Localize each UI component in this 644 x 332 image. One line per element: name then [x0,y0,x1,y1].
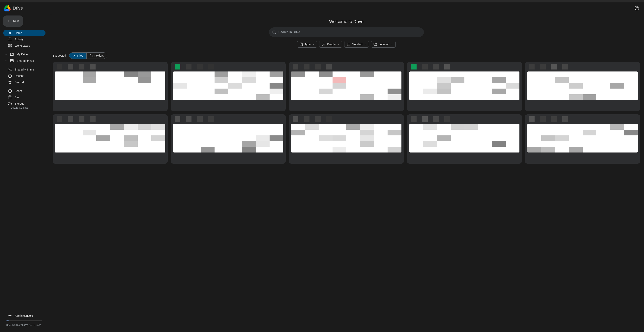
file-icon [300,42,303,46]
nav-label: Workspaces [15,44,30,47]
nav-label: Admin console [15,314,33,317]
toggle-folders[interactable]: Folders [86,53,107,58]
star-icon [8,80,12,84]
search-bar[interactable] [269,27,424,37]
sidebar: New Home Activity Workspaces [0,14,49,332]
nav-section-main: Home Activity Workspaces [3,30,46,49]
nav-storage[interactable]: Storage [3,100,46,107]
file-card-footer [289,152,404,164]
nav-home[interactable]: Home [3,30,46,36]
storage-bar-container [3,319,46,323]
file-card[interactable] [407,62,522,111]
nav-shared-drives[interactable]: Shared drives [3,58,46,64]
nav-label: Activity [15,38,24,41]
shared-drives-icon [10,59,14,63]
file-card[interactable] [525,62,640,111]
file-thumbnail [528,124,638,152]
chevron-down-icon [391,43,393,45]
file-card-footer [289,100,404,111]
nav-admin-console[interactable]: Admin console [3,313,46,319]
file-card[interactable] [289,114,404,164]
folder-icon [90,54,93,57]
file-thumbnail [410,124,520,152]
svg-line-16 [275,33,276,34]
shared-storage-text: 827.96 GB of shared 14 TB used [3,323,46,327]
nav-shared-with-me[interactable]: Shared with me [3,66,46,73]
toggle-label: Folders [94,54,104,57]
storage-bar [6,321,42,321]
main-layout: New Home Activity Workspaces [0,14,644,332]
file-card-header [289,62,404,71]
nav-my-drive[interactable]: My Drive [3,51,46,58]
file-card-footer [53,152,168,164]
chevron-right-icon[interactable] [5,53,7,55]
suggested-label: Suggested [53,54,66,57]
svg-point-8 [9,68,10,69]
svg-rect-5 [8,46,10,47]
people-icon [8,67,12,71]
file-thumbnail [55,124,165,152]
svg-marker-10 [8,81,12,84]
file-card-header [407,114,522,124]
sidebar-bottom: Admin console 827.96 GB of shared 14 TB … [3,313,46,331]
file-card[interactable] [171,114,286,164]
trash-icon [8,95,12,99]
filter-people[interactable]: People [319,41,342,48]
content-area: Welcome to Drive Type [49,14,644,332]
filter-type[interactable]: Type [297,41,317,48]
drive-folder-icon [10,52,14,56]
calendar-icon [347,42,350,46]
new-button[interactable]: New [3,15,23,27]
clock-icon [8,74,12,78]
file-thumbnail [55,71,165,100]
file-card-footer [407,100,522,111]
chevron-down-icon [364,43,366,45]
nav-workspaces[interactable]: Workspaces [3,42,46,49]
file-thumbnail [528,71,638,100]
new-button-label: New [13,19,19,23]
filter-modified[interactable]: Modified [344,41,369,48]
nav-recent[interactable]: Recent [3,73,46,79]
svg-rect-6 [10,59,14,62]
folder-icon [374,42,377,46]
filter-row: Type People Modified [49,41,644,52]
file-card-footer [171,100,286,111]
file-card-header [525,62,640,71]
file-card-header [289,114,404,124]
header-left: Drive [3,4,23,12]
nav-label: Shared drives [17,59,34,62]
view-toggle-group: Files Folders [69,52,107,59]
toggle-label: Files [77,54,83,57]
nav-spam[interactable]: Spam [3,88,46,94]
file-card[interactable] [53,114,168,164]
file-card[interactable] [53,62,168,111]
file-card[interactable] [407,114,522,164]
drive-logo-icon[interactable] [3,4,11,12]
admin-icon [8,314,12,318]
nav-label: Starred [15,81,24,84]
file-thumbnail [173,124,284,152]
file-card-footer [171,152,286,164]
filter-location[interactable]: Location [371,41,396,48]
chevron-right-icon[interactable] [5,60,7,62]
file-card-header [407,62,522,71]
nav-label: Home [15,31,22,34]
toggle-files[interactable]: Files [69,53,86,58]
file-thumbnail [173,71,284,100]
file-card-footer [525,152,640,164]
file-card-header [171,114,286,124]
search-input[interactable] [278,30,421,34]
filter-label: Type [305,43,311,46]
nav-activity[interactable]: Activity [3,36,46,42]
nav-starred[interactable]: Starred [3,79,46,85]
nav-label: Shared with me [15,68,34,71]
nav-bin[interactable]: Bin [3,94,46,100]
spam-icon [8,89,12,93]
file-card[interactable] [171,62,286,111]
file-card[interactable] [525,114,640,164]
file-card[interactable] [289,62,404,111]
nav-label: Spam [15,89,22,92]
file-grid [49,62,644,164]
file-card-header [53,62,168,71]
help-button[interactable] [633,4,641,12]
